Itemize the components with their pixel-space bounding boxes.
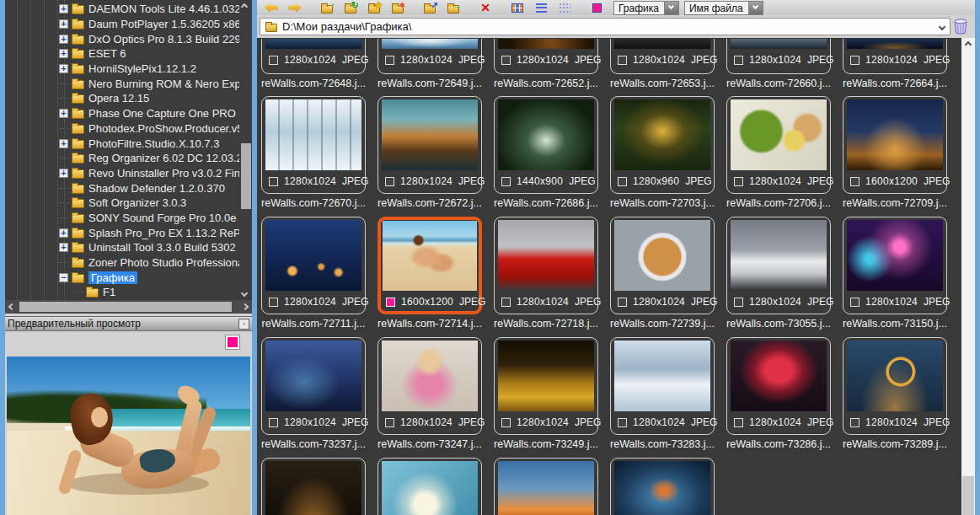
- thumbnail-image[interactable]: [731, 341, 827, 411]
- tree-item-label[interactable]: DAEMON Tools Lite 4.46.1.0328: [88, 3, 239, 15]
- tree-item-label[interactable]: Графика: [88, 271, 137, 284]
- thumbnail-checkbox[interactable]: [385, 177, 394, 186]
- thumbnail-checkbox[interactable]: [734, 298, 743, 307]
- thumbnail-tile[interactable]: 1280x1024JPEG: [843, 217, 947, 314]
- expand-plus-icon[interactable]: +: [59, 243, 68, 252]
- thumbnail-filename[interactable]: reWalls.com-72686.j...: [490, 197, 602, 209]
- thumbnail-filename[interactable]: reWalls.com-73150.j...: [839, 318, 951, 330]
- tree-item-label[interactable]: Reg Organizer 6.02 DC 12.03.2013: [88, 152, 239, 164]
- expand-plus-icon[interactable]: +: [59, 35, 68, 44]
- address-dropdown-icon[interactable]: [939, 23, 945, 30]
- thumbnail-filename[interactable]: reWalls.com-72739.j...: [607, 318, 718, 330]
- thumbnail-filename[interactable]: reWalls.com-73286.j...: [723, 438, 834, 450]
- thumbnail-checkbox[interactable]: [501, 418, 511, 427]
- thumbnail-filename[interactable]: reWalls.com-73237.j...: [258, 438, 369, 450]
- thumbnail-filename[interactable]: reWalls.com-72649.j...: [374, 78, 485, 89]
- view-thumbnails-button[interactable]: [507, 1, 527, 14]
- color-mark-button[interactable]: [586, 1, 607, 14]
- tree-item-label[interactable]: Photodex.ProShow.Producer.v5.: [88, 122, 239, 135]
- grid-vertical-scroll-thumb[interactable]: [962, 476, 974, 515]
- thumbnail-filename[interactable]: reWalls.com-72648.j...: [258, 78, 369, 89]
- tree-item[interactable]: +ESET 6: [5, 46, 239, 62]
- thumbnail-image[interactable]: [847, 99, 943, 170]
- tree-item-label[interactable]: Revo Uninstaller Pro v3.0.2 Final: [88, 167, 239, 180]
- thumbnail-checkbox[interactable]: [269, 56, 278, 65]
- tree-horizontal-scrollbar[interactable]: [5, 300, 252, 314]
- thumbnail-tile[interactable]: 1280x1024JPEG: [610, 337, 715, 435]
- expand-plus-icon[interactable]: +: [59, 64, 68, 73]
- thumbnail-tile[interactable]: 1280x1024JPEG: [494, 39, 598, 74]
- thumbnail-checkbox[interactable]: [850, 298, 860, 307]
- thumbnail-tile[interactable]: [494, 458, 598, 515]
- thumbnail-image[interactable]: [847, 39, 943, 49]
- thumbnail-checkbox[interactable]: [269, 177, 278, 186]
- thumbnail-filename[interactable]: reWalls.com-72706.j...: [723, 197, 834, 209]
- thumbnail-filename[interactable]: reWalls.com-72709.j...: [839, 197, 951, 209]
- thumbnail-image[interactable]: [614, 99, 710, 170]
- expand-plus-icon[interactable]: +: [59, 109, 68, 118]
- thumbnail-tile[interactable]: 1280x1024JPEG: [843, 39, 947, 74]
- thumbnail-checkbox[interactable]: [386, 298, 395, 307]
- thumbnail-checkbox[interactable]: [618, 298, 627, 307]
- thumbnail-image[interactable]: [614, 39, 710, 49]
- thumbnail-checkbox[interactable]: [850, 177, 860, 186]
- thumbnail-filename[interactable]: reWalls.com-73247.j...: [374, 438, 485, 450]
- tree-item[interactable]: +Uninstall Tool 3.3.0 Build 5302: [5, 240, 239, 255]
- thumbnail-filename[interactable]: reWalls.com-72672.j...: [374, 197, 485, 209]
- tree-scroll-down-button[interactable]: [238, 287, 251, 300]
- forward-button[interactable]: [285, 1, 305, 14]
- thumbnail-filename[interactable]: reWalls.com-73289.j...: [839, 438, 951, 450]
- tree-item[interactable]: Soft Organizer 3.0.3: [5, 196, 239, 211]
- tree-item[interactable]: Nero Burning ROM & Nero Expre: [5, 76, 239, 91]
- thumbnail-tile[interactable]: 1280x1024JPEG: [378, 39, 482, 74]
- chevron-down-icon[interactable]: [664, 2, 678, 14]
- tree-item-label[interactable]: Daum PotPlayer 1.5.36205 x86-x6: [88, 18, 239, 30]
- thumbnail-tile[interactable]: 1280x960JPEG: [610, 96, 715, 194]
- tree-scroll-up-button[interactable]: [238, 0, 251, 13]
- tree-item-label[interactable]: Opera 12.15: [88, 92, 149, 105]
- filter-dropdown[interactable]: Графика: [613, 1, 679, 15]
- thumbnail-image[interactable]: [265, 39, 361, 49]
- tree-item-label[interactable]: Shadow Defender 1.2.0.370: [88, 182, 225, 195]
- thumbnail-tile[interactable]: 1280x1024JPEG: [261, 337, 366, 435]
- tree-item[interactable]: Zoner Photo Studio Professional: [5, 255, 239, 271]
- thumbnail-tile[interactable]: 1280x1024JPEG: [494, 217, 598, 314]
- thumbnail-filename[interactable]: reWalls.com-72660.j...: [723, 78, 834, 89]
- thumbnail-tile[interactable]: 1280x1024JPEG: [494, 337, 598, 435]
- tree-item[interactable]: +Splash Pro_Pro EX 1.13.2 RePack: [5, 225, 239, 240]
- expand-plus-icon[interactable]: +: [59, 169, 68, 178]
- thumbnail-filename[interactable]: reWalls.com-73283.j...: [607, 438, 718, 450]
- preview-photo[interactable]: [7, 357, 250, 515]
- folder-new-button[interactable]: ✶: [388, 1, 408, 14]
- thumbnail-image[interactable]: [382, 39, 478, 49]
- tree-item-label[interactable]: HornilStylePix1.12.1.2: [88, 62, 196, 75]
- thumbnail-tile[interactable]: 1600x1200JPEG: [378, 217, 482, 314]
- expand-plus-icon[interactable]: +: [59, 228, 68, 238]
- thumbnail-image[interactable]: [614, 220, 710, 291]
- tree-item[interactable]: +Daum PotPlayer 1.5.36205 x86-x6: [5, 17, 239, 32]
- thumbnail-image[interactable]: [265, 99, 361, 170]
- thumbnail-image[interactable]: [614, 461, 710, 515]
- thumbnail-filename[interactable]: reWalls.com-72718.j...: [490, 318, 602, 330]
- thumbnail-tile[interactable]: 1280x1024JPEG: [726, 337, 831, 435]
- grid-scroll-up-button[interactable]: [961, 38, 975, 51]
- thumbnail-tile[interactable]: 1280x1024JPEG: [726, 96, 831, 194]
- thumbnail-image[interactable]: [382, 461, 478, 515]
- tree-item[interactable]: +DAEMON Tools Lite 4.46.1.0328: [5, 2, 239, 17]
- tree-item[interactable]: +PhotoFiltre.Studio.X.10.7.3: [5, 136, 239, 151]
- tree-item-label[interactable]: Zoner Photo Studio Professional: [88, 256, 239, 269]
- thumbnail-tile[interactable]: 1280x1024JPEG: [726, 39, 831, 74]
- thumbnail-tile[interactable]: [610, 458, 715, 515]
- tree-item[interactable]: F1: [5, 285, 239, 300]
- thumbnail-filename[interactable]: reWalls.com-72711.j...: [258, 318, 369, 330]
- trash-button[interactable]: [951, 18, 970, 36]
- chevron-down-icon[interactable]: [748, 2, 763, 14]
- thumbnail-image[interactable]: [498, 220, 594, 291]
- tree-vertical-scroll-thumb[interactable]: [241, 143, 251, 209]
- thumbnail-filename[interactable]: reWalls.com-72664.j...: [839, 78, 951, 89]
- thumbnail-image[interactable]: [383, 221, 477, 291]
- thumbnail-checkbox[interactable]: [850, 56, 860, 65]
- tree-item-label[interactable]: PhotoFiltre.Studio.X.10.7.3: [88, 137, 219, 150]
- thumbnail-image[interactable]: [382, 99, 478, 170]
- collapse-minus-icon[interactable]: −: [59, 273, 68, 282]
